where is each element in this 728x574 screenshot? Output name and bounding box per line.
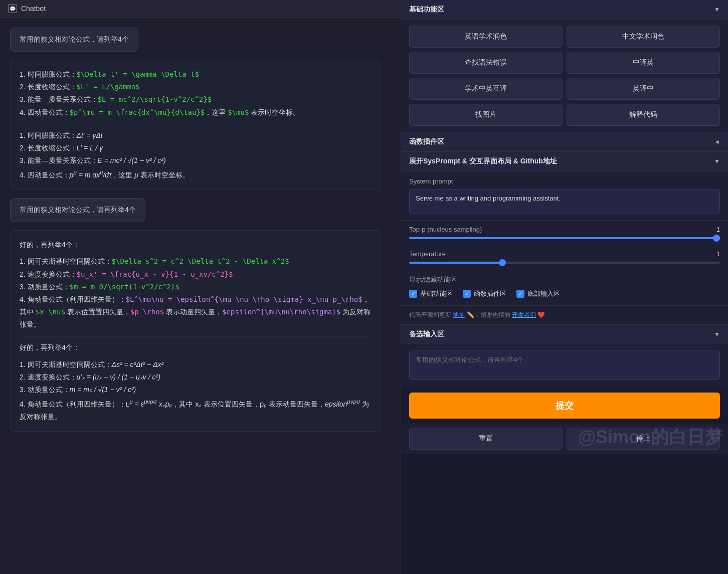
basic-btn-grid: 英语学术润色 中文学术润色 查找语法错误 中译英 学术中英互译 英译中 找图片 … bbox=[401, 20, 728, 132]
list-item: 1. 闵可夫斯基时空间隔公式：Δs² = c²Δt² − Δx² bbox=[20, 358, 372, 371]
bottom-btns: 重置 停止 @Simon的白日梦 bbox=[401, 424, 728, 454]
top-p-row: Top-p (nucleus sampling) 1 bbox=[401, 221, 728, 235]
checkbox-plugin[interactable]: ✓ 函数插件区 bbox=[463, 289, 506, 298]
checkbox-row: ✓ 基础功能区 ✓ 函数插件区 ✓ 底部输入区 bbox=[409, 289, 720, 298]
assistant-message-2: 好的，再列举4个： 1. 闵可夫斯基时空间隔公式：$\Delta s^2 = c… bbox=[10, 230, 381, 432]
chatbot-title: Chatbot bbox=[21, 5, 46, 13]
temperature-slider-track bbox=[409, 262, 720, 264]
reset-button[interactable]: 重置 bbox=[409, 428, 563, 450]
credit-row: 代码开源和更新 地址 ✏️，感谢热情的 开发者们 ❤️ bbox=[401, 305, 728, 324]
checkbox-basic-label: 基础功能区 bbox=[420, 289, 453, 298]
list-item: 1. 时间膨胀公式：$\Delta t' = \gamma \Delta t$ bbox=[20, 68, 372, 81]
list-item: 4. 四动量公式：$p^\mu = m \frac{dx^\mu}{d\tau}… bbox=[20, 106, 372, 119]
list-item: 4. 四动量公式：pμ = m dxμ/dτ，这里 μ 表示时空坐标。 bbox=[20, 167, 372, 181]
btn-chinese-polish[interactable]: 中文学术润色 bbox=[567, 26, 720, 48]
checkbox-basic-box: ✓ bbox=[409, 290, 417, 298]
list-item: 2. 长度收缩公式：$L' = L/\gamma$ bbox=[20, 81, 372, 93]
sysprompt-arrow: ▼ bbox=[714, 158, 720, 165]
plugin-section-title: 函数插件区 bbox=[409, 137, 444, 146]
right-panel: 基础功能区 ▼ 英语学术润色 中文学术润色 查找语法错误 中译英 学术中英互译 … bbox=[401, 0, 728, 574]
stop-button[interactable]: 停止 bbox=[567, 428, 720, 450]
list-item: 1. 闵可夫斯基时空间隔公式：$\Delta s^2 = c^2 \Delta … bbox=[20, 255, 372, 268]
submit-button[interactable]: 提交 bbox=[409, 393, 720, 419]
btn-english-polish[interactable]: 英语学术润色 bbox=[409, 26, 563, 48]
list-item: 3. 能量—质量关系公式：E = mc² / √(1 − v² / c²) bbox=[20, 154, 372, 167]
checkbox-bottom-box: ✓ bbox=[516, 290, 524, 298]
list-item: 2. 长度收缩公式：L′ = L / γ bbox=[20, 142, 372, 154]
visibility-label: 显示/隐藏功能区 bbox=[409, 275, 720, 284]
plugin-section-header[interactable]: 函数插件区 ◄ bbox=[401, 132, 728, 152]
basic-section-title: 基础功能区 bbox=[409, 5, 444, 14]
backup-arrow: ▼ bbox=[714, 331, 720, 338]
sysprompt-section-title: 展开SysPrompt & 交互界面布局 & Github地址 bbox=[409, 157, 557, 166]
btn-academic-translate[interactable]: 学术中英互译 bbox=[409, 78, 563, 100]
list-item: 3. 动质量公式：$m = m_0/\sqrt{1-v^2/c^2}$ bbox=[20, 281, 372, 293]
btn-explain-code[interactable]: 解释代码 bbox=[567, 104, 720, 126]
checkbox-plugin-box: ✓ bbox=[463, 290, 471, 298]
credit-link[interactable]: 地址 bbox=[453, 311, 465, 318]
list-item: 2. 速度变换公式：u′ₓ = (uₓ − v) / (1 − uₓv / c²… bbox=[20, 371, 372, 384]
temperature-row: Temperature 1 bbox=[401, 245, 728, 260]
credit-mid: ✏️，感谢热情的 bbox=[467, 311, 510, 318]
backup-section-title: 备选输入区 bbox=[409, 330, 444, 339]
top-p-label: Top-p (nucleus sampling) bbox=[409, 226, 482, 233]
assistant-footer: 好的，再列举4个： bbox=[20, 341, 372, 354]
sysprompt-label: System prompt bbox=[409, 177, 720, 185]
top-p-thumb[interactable] bbox=[713, 235, 720, 242]
assistant-prefix: 好的，再列举4个： bbox=[20, 239, 372, 251]
top-p-value: 1 bbox=[705, 226, 720, 233]
credit-link2[interactable]: 开发者们 bbox=[512, 311, 536, 318]
credit-heart: ❤️ bbox=[537, 311, 545, 318]
sysprompt-content: System prompt Serve me as a writing and … bbox=[401, 171, 728, 221]
user-message-1: 常用的狭义相对论公式，请列举4个 bbox=[10, 28, 138, 52]
checkbox-basic[interactable]: ✓ 基础功能区 bbox=[409, 289, 453, 298]
temperature-fill bbox=[409, 262, 502, 264]
btn-grammar-check[interactable]: 查找语法错误 bbox=[409, 52, 563, 74]
user-message-2: 常用的狭义相对论公式，请再列举4个 bbox=[10, 198, 145, 222]
temperature-value: 1 bbox=[705, 250, 720, 258]
checkbox-bottom[interactable]: ✓ 底部输入区 bbox=[516, 289, 560, 298]
list-item: 4. 角动量公式（利用四维矢量）：$L^\mu\nu = \epsilon^{\… bbox=[20, 293, 372, 331]
temperature-thumb[interactable] bbox=[499, 259, 506, 266]
list-item: 3. 能量—质量关系公式：$E = mc^2/\sqrt{1-v^2/c^2}$ bbox=[20, 93, 372, 106]
checkbox-plugin-label: 函数插件区 bbox=[474, 289, 506, 298]
formula-list-raw2: 1. 闵可夫斯基时空间隔公式：$\Delta s^2 = c^2 \Delta … bbox=[20, 255, 372, 331]
list-item: 4. 角动量公式（利用四维矢量）：Lμ = εμνρσ xᵥpₚ，其中 xᵥ 表… bbox=[20, 396, 372, 423]
checkbox-bottom-label: 底部输入区 bbox=[527, 289, 560, 298]
list-item: 1. 时间膨胀公式：Δt′ = γΔt bbox=[20, 129, 372, 142]
formula-list-rendered2: 1. 闵可夫斯基时空间隔公式：Δs² = c²Δt² − Δx² 2. 速度变换… bbox=[20, 358, 372, 424]
top-p-slider-track bbox=[409, 237, 720, 239]
backup-textarea[interactable] bbox=[409, 350, 720, 380]
btn-zh-to-en[interactable]: 中译英 bbox=[567, 52, 720, 74]
basic-section-arrow: ▼ bbox=[714, 6, 720, 13]
assistant-message-1: 1. 时间膨胀公式：$\Delta t' = \gamma \Delta t$ … bbox=[10, 60, 381, 190]
chat-messages: 常用的狭义相对论公式，请列举4个 1. 时间膨胀公式：$\Delta t' = … bbox=[0, 18, 401, 574]
chat-header: 💬 Chatbot bbox=[0, 0, 401, 18]
sysprompt-section-header[interactable]: 展开SysPrompt & 交互界面布局 & Github地址 ▼ bbox=[401, 152, 728, 171]
credit-text: 代码开源和更新 bbox=[409, 311, 451, 318]
basic-section-header[interactable]: 基础功能区 ▼ bbox=[401, 0, 728, 20]
top-p-slider-container bbox=[401, 235, 728, 245]
backup-section-header[interactable]: 备选输入区 ▼ bbox=[401, 324, 728, 344]
btn-find-image[interactable]: 找图片 bbox=[409, 104, 563, 126]
visibility-section: 显示/隐藏功能区 ✓ 基础功能区 ✓ 函数插件区 ✓ 底部输入区 bbox=[401, 270, 728, 305]
sysprompt-value: Serve me as a writing and programming as… bbox=[409, 189, 720, 214]
list-item: 2. 速度变换公式：$u_x' = \frac{u_x - v}{1 - u_x… bbox=[20, 268, 372, 281]
chatbot-icon: 💬 bbox=[8, 4, 17, 13]
backup-input-area bbox=[401, 344, 728, 388]
btn-en-to-zh[interactable]: 英译中 bbox=[567, 78, 720, 100]
left-panel: 💬 Chatbot 常用的狭义相对论公式，请列举4个 1. 时间膨胀公式：$\D… bbox=[0, 0, 401, 574]
list-item: 3. 动质量公式：m = m₀ / √(1 − v² / c²) bbox=[20, 384, 372, 396]
plugin-section-arrow: ◄ bbox=[714, 138, 720, 145]
top-p-fill bbox=[409, 237, 720, 239]
formula-list-raw: 1. 时间膨胀公式：$\Delta t' = \gamma \Delta t$ … bbox=[20, 68, 372, 119]
formula-list-rendered: 1. 时间膨胀公式：Δt′ = γΔt 2. 长度收缩公式：L′ = L / γ… bbox=[20, 129, 372, 181]
temperature-slider-container bbox=[401, 260, 728, 270]
temperature-label: Temperature bbox=[409, 250, 446, 258]
